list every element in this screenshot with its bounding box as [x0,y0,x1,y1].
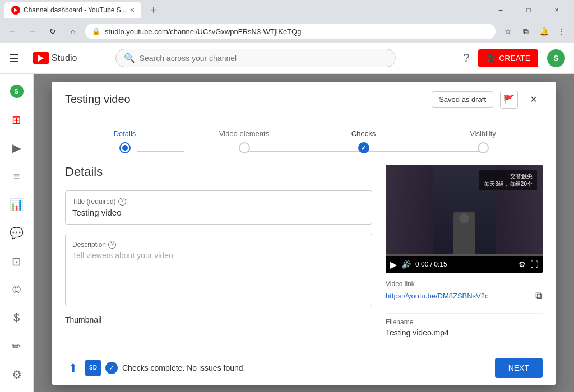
sidebar-item-comments[interactable]: 💬 [3,220,30,246]
dialog-body: Details Title (required) ? Testing video [52,165,556,351]
step-video-elements-label: Video elements [219,129,269,138]
subtitles-icon: ⊡ [12,255,21,268]
video-preview: 交替触尖 每天3组，每组20个 ▶ [386,165,543,273]
checks-complete-icon: ✓ [105,362,118,374]
step-checks-circle: ✓ [358,142,369,153]
next-button[interactable]: NEXT [495,358,543,378]
modal-overlay: Testing video Saved as draft 🚩 × Details [34,74,574,392]
time-display: 0:00 / 0:15 [415,260,514,268]
new-tab-button[interactable]: + [146,2,161,19]
step-details-label: Details [114,129,136,138]
copyright-icon: © [12,283,21,296]
thumbnail-label: Thumbnail [65,315,372,324]
video-controls: ▶ 🔊 0:00 / 0:15 ⚙ ⛶ [386,256,543,273]
youtube-logo-icon [33,52,49,64]
step-video-elements[interactable]: Video elements [184,129,304,153]
description-placeholder: Tell viewers about your video [72,251,365,260]
customize-icon: ✏ [12,339,21,353]
step-checks-label: Checks [351,129,376,138]
video-settings-button[interactable]: ⚙ [519,260,526,269]
back-button[interactable]: ← [4,24,20,39]
dialog-right: 交替触尖 每天3组，每组20个 ▶ [386,165,543,342]
dialog-footer: ⬆ SD ✓ Checks complete. No issues found.… [52,351,556,385]
main-content: Testing video Saved as draft 🚩 × Details [34,74,574,392]
header-search: 🔍 [115,49,396,67]
sidebar: S ⊞ ▶ ≡ 📊 💬 ⊡ © $ [0,74,34,392]
dialog-left: Details Title (required) ? Testing video [65,165,372,342]
saved-draft-button[interactable]: Saved as draft [432,91,493,108]
sidebar-item-customize[interactable]: ✏ [3,333,30,360]
tab-close-icon[interactable]: × [130,6,135,15]
create-button[interactable]: 🎥 CREATE [478,49,538,67]
video-text-overlay: 交替触尖 每天3组，每组20个 [479,170,537,190]
dialog-close-button[interactable]: × [525,91,543,109]
user-avatar[interactable]: S [547,49,565,67]
sidebar-item-subtitles[interactable]: ⊡ [3,248,30,274]
fullscreen-button[interactable]: ⛶ [530,260,538,269]
step-checks[interactable]: Checks ✓ [304,129,423,153]
header-right: ? 🎥 CREATE S [463,49,565,67]
refresh-button[interactable]: ↻ [45,24,61,39]
lock-icon: 🔒 [92,27,100,35]
video-url-link[interactable]: https://youtu.be/DM8ZSBNsV2c [386,292,489,300]
description-field[interactable]: Description ? Tell viewers about your vi… [65,234,372,306]
camera-icon: 🎥 [486,54,496,63]
caption-icon[interactable]: SD [85,360,101,376]
volume-button[interactable]: 🔊 [401,260,411,269]
window-controls: – □ × [488,1,570,19]
sidebar-item-dashboard[interactable]: ⊞ [3,107,30,133]
search-box[interactable]: 🔍 [115,49,396,67]
browser-chrome: Channel dashboard - YouTube S... × + – □… [0,0,574,43]
sidebar-item-analytics[interactable]: 📊 [3,192,30,218]
section-title: Details [65,165,372,179]
filename-label: Filename [386,318,543,326]
play-triangle [38,55,44,62]
earn-icon: $ [13,311,20,324]
sidebar-item-settings[interactable]: ⚙ [3,361,30,388]
menu-icon[interactable]: ⋮ [554,24,570,39]
play-button[interactable]: ▶ [390,259,397,270]
sidebar-item-playlist[interactable]: ≡ [3,164,30,190]
create-label: CREATE [499,54,530,63]
copy-url-button[interactable]: ⧉ [535,290,543,302]
sidebar-item-avatar[interactable]: S [3,78,30,105]
minimize-button[interactable]: – [488,1,513,19]
upload-icon[interactable]: ⬆ [65,360,81,376]
step-visibility[interactable]: Visibility [423,129,543,153]
title-help-icon[interactable]: ? [118,198,126,206]
sidebar-avatar: S [10,85,24,98]
step-visibility-label: Visibility [470,129,496,138]
hamburger-icon[interactable]: ☰ [9,52,19,65]
address-box[interactable]: 🔒 studio.youtube.com/channel/UCsvGxwpnFR… [85,24,496,39]
sidebar-item-content[interactable]: ▶ [3,135,30,161]
browser-tab[interactable]: Channel dashboard - YouTube S... × [4,2,141,18]
home-button[interactable]: ⌂ [65,24,81,39]
title-field[interactable]: Title (required) ? Testing video [65,190,372,225]
maximize-button[interactable]: □ [516,1,541,19]
steps-bar: Details Video elements [52,118,556,165]
dashboard-icon: ⊞ [12,113,21,127]
title-value: Testing video [72,208,365,217]
toolbar-icons: ☆ ⧉ 🔔 ⋮ [500,24,570,39]
bookmark-icon[interactable]: ☆ [500,24,516,39]
url-text: studio.youtube.com/channel/UCsvGxwpnFRsN… [105,27,489,36]
sidebar-item-copyright[interactable]: © [3,277,30,303]
close-window-button[interactable]: × [544,1,570,19]
description-help-icon[interactable]: ? [108,241,116,249]
title-bar: Channel dashboard - YouTube S... × + – □… [0,0,574,20]
forward-button[interactable]: → [25,24,40,39]
analytics-icon: 📊 [10,198,24,211]
dialog-header: Testing video Saved as draft 🚩 × [52,82,556,118]
notification-icon[interactable]: 🔔 [536,24,552,39]
sidebar-item-earn[interactable]: $ [3,305,30,331]
help-icon[interactable]: ? [463,52,469,64]
step-details[interactable]: Details [65,129,184,153]
content-area: S ⊞ ▶ ≡ 📊 💬 ⊡ © $ [0,74,574,392]
settings-icon: ⚙ [12,368,22,381]
content-icon: ▶ [12,141,21,155]
flag-button[interactable]: 🚩 [500,91,518,109]
extensions-icon[interactable]: ⧉ [518,24,534,39]
search-input[interactable] [140,54,387,63]
description-label: Description ? [72,241,365,249]
video-link-section: Video link https://youtu.be/DM8ZSBNsV2c … [386,273,543,309]
